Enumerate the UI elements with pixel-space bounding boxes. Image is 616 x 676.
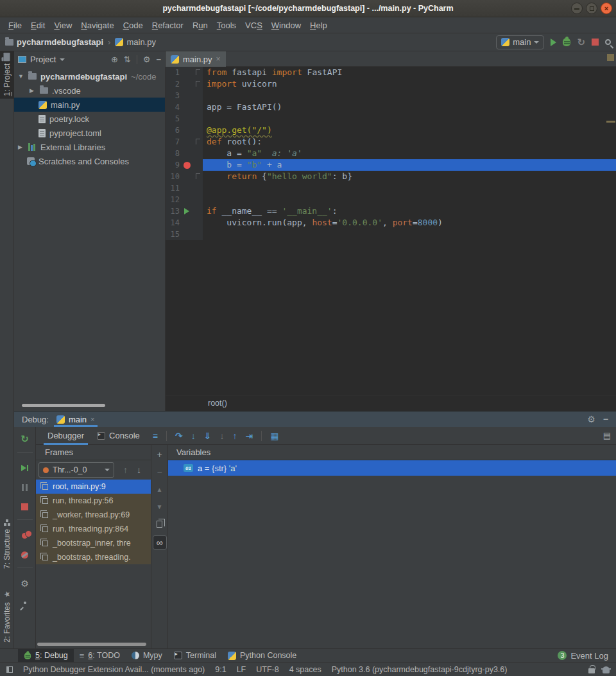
- settings-icon[interactable]: ⚙: [21, 574, 29, 593]
- smart-step-into-icon[interactable]: ↓: [219, 431, 224, 441]
- tab-console[interactable]: Console: [90, 427, 146, 445]
- code-line-14[interactable]: 14 uvicorn.run(app, host='0.0.0.0', port…: [166, 217, 616, 229]
- close-session-icon[interactable]: ×: [90, 415, 94, 423]
- code-line-9[interactable]: 9 b = "b" + a: [166, 159, 616, 171]
- event-log-label[interactable]: Event Log: [570, 651, 608, 661]
- frame-row[interactable]: _worker, thread.py:69: [36, 508, 151, 522]
- tree-item--vscode[interactable]: ▶.vscode: [14, 83, 165, 98]
- debug-session-tab[interactable]: main ×: [54, 412, 98, 427]
- tree-item-scratches-and-consoles[interactable]: Scratches and Consoles: [14, 154, 165, 168]
- pause-icon[interactable]: [22, 478, 28, 497]
- status-item-4[interactable]: 4 spaces: [289, 665, 321, 674]
- status-item-2[interactable]: LF: [237, 665, 246, 674]
- toolwindow-tab-6-todo[interactable]: ≡6: TODO: [74, 649, 126, 663]
- menu-refactor[interactable]: Refactor: [148, 19, 188, 32]
- evaluate-expression-icon[interactable]: ▦: [270, 431, 278, 441]
- watches-toggle-icon[interactable]: ∞: [153, 535, 167, 550]
- step-over-icon[interactable]: ↷: [175, 431, 183, 441]
- frames-view-icon[interactable]: ≡: [153, 431, 158, 441]
- gutter[interactable]: 1: [166, 67, 203, 78]
- code-line-1[interactable]: 1from fastapi import FastAPI: [166, 67, 616, 78]
- status-item-3[interactable]: UTF-8: [256, 665, 278, 674]
- chevron-down-icon[interactable]: ▼: [18, 73, 24, 80]
- minimize-button-icon[interactable]: [571, 3, 583, 14]
- gutter[interactable]: 12: [166, 194, 203, 205]
- code-area[interactable]: 1from fastapi import FastAPI2import uvic…: [166, 67, 616, 240]
- step-out-icon[interactable]: ↑: [232, 431, 237, 441]
- toolwindow-tab-mypy[interactable]: Mypy: [126, 649, 168, 663]
- run-gutter-icon[interactable]: [184, 208, 189, 214]
- fold-marker-icon[interactable]: [196, 139, 200, 144]
- frame-row[interactable]: run, thread.py:56: [36, 494, 151, 508]
- maximize-button-icon[interactable]: [586, 3, 597, 14]
- status-item-1[interactable]: 9:1: [215, 665, 226, 674]
- toolwindow-tab-terminal[interactable]: Terminal: [168, 649, 222, 663]
- force-step-into-icon[interactable]: ⇓: [204, 431, 212, 441]
- tree-item-poetry-lock[interactable]: poetry.lock: [14, 112, 165, 126]
- mute-breakpoints-icon[interactable]: [21, 545, 28, 564]
- project-horizontal-scrollbar[interactable]: [22, 404, 105, 407]
- tree-item-pyproject-toml[interactable]: pyproject.toml: [14, 126, 165, 140]
- frame-row[interactable]: run, threading.py:864: [36, 522, 151, 536]
- breakpoint-icon[interactable]: [184, 162, 191, 169]
- variable-row[interactable]: 01a = {str} 'a': [168, 460, 616, 476]
- frames-horizontal-scrollbar[interactable]: [37, 643, 146, 646]
- code-line-4[interactable]: 4app = FastAPI(): [166, 101, 616, 113]
- menu-view[interactable]: View: [49, 19, 76, 32]
- code-line-12[interactable]: 12: [166, 194, 616, 205]
- code-line-3[interactable]: 3: [166, 90, 616, 101]
- project-view-select[interactable]: Project: [18, 55, 65, 64]
- editor-tab-main-py[interactable]: main.py ×: [166, 51, 226, 67]
- gutter[interactable]: 7: [166, 136, 203, 148]
- remove-watch-icon[interactable]: −: [157, 466, 162, 478]
- menu-code[interactable]: Code: [119, 19, 148, 32]
- run-to-cursor-icon[interactable]: ⇥: [245, 431, 253, 441]
- breadcrumb-file[interactable]: main.py: [126, 37, 156, 47]
- menu-navigate[interactable]: Navigate: [76, 19, 118, 32]
- fold-marker-icon[interactable]: [196, 81, 200, 87]
- gutter[interactable]: 2: [166, 78, 203, 90]
- chevron-right-icon[interactable]: ▶: [30, 87, 36, 94]
- hide-panel-icon[interactable]: −: [156, 55, 161, 64]
- code-line-8[interactable]: 8 a = "a" a: 'a': [166, 148, 616, 159]
- toolwindow-button-favorites[interactable]: 2: Favorites★: [0, 587, 14, 645]
- hide-panel-icon[interactable]: −: [603, 415, 608, 424]
- stop-icon[interactable]: [21, 497, 28, 516]
- view-breakpoints-icon[interactable]: [22, 526, 28, 545]
- previous-frame-icon[interactable]: ↑: [123, 465, 128, 475]
- frame-row[interactable]: _bootstrap, threading.: [36, 550, 151, 564]
- resume-icon[interactable]: [21, 458, 29, 478]
- menu-file[interactable]: File: [4, 19, 26, 32]
- layout-settings-icon[interactable]: ▤: [603, 431, 611, 440]
- menu-help[interactable]: Help: [305, 19, 332, 32]
- warning-stripe-mark[interactable]: [606, 121, 615, 123]
- code-line-7[interactable]: 7def root():: [166, 136, 616, 148]
- code-line-6[interactable]: 6@app.get("/"): [166, 125, 616, 136]
- move-up-icon[interactable]: ▲: [157, 483, 163, 495]
- search-everywhere-icon[interactable]: [605, 39, 611, 45]
- gear-icon[interactable]: ⚙: [587, 415, 595, 424]
- menu-window[interactable]: Window: [267, 19, 305, 32]
- duplicate-icon[interactable]: [157, 518, 162, 530]
- gutter[interactable]: 11: [166, 182, 203, 194]
- breadcrumb-function[interactable]: root(): [208, 399, 227, 408]
- breadcrumb-root[interactable]: pycharmdebugfastapi: [17, 37, 103, 47]
- menu-tools[interactable]: Tools: [212, 19, 241, 32]
- run-button[interactable]: [551, 39, 556, 46]
- stop-button[interactable]: [592, 39, 599, 46]
- locate-icon[interactable]: ⊕: [111, 55, 118, 64]
- gutter[interactable]: 6: [166, 125, 203, 136]
- code-line-11[interactable]: 11: [166, 182, 616, 194]
- menu-vcs[interactable]: VCS: [241, 19, 267, 32]
- lock-icon[interactable]: [588, 668, 595, 673]
- run-configuration-select[interactable]: main: [496, 35, 544, 49]
- tree-item-pycharmdebugfastapi[interactable]: ▼pycharmdebugfastapi ~/code: [14, 69, 165, 83]
- gutter[interactable]: 15: [166, 229, 203, 240]
- thread-select[interactable]: Thr...-0_0: [38, 462, 114, 478]
- inspection-status-icon[interactable]: [607, 54, 614, 61]
- event-log-icon[interactable]: 3: [558, 651, 567, 660]
- pin-icon[interactable]: [24, 593, 26, 612]
- coverage-button[interactable]: ↻: [577, 37, 585, 48]
- toolwindow-button-project[interactable]: 1: Project: [0, 51, 14, 99]
- code-line-15[interactable]: 15: [166, 229, 616, 240]
